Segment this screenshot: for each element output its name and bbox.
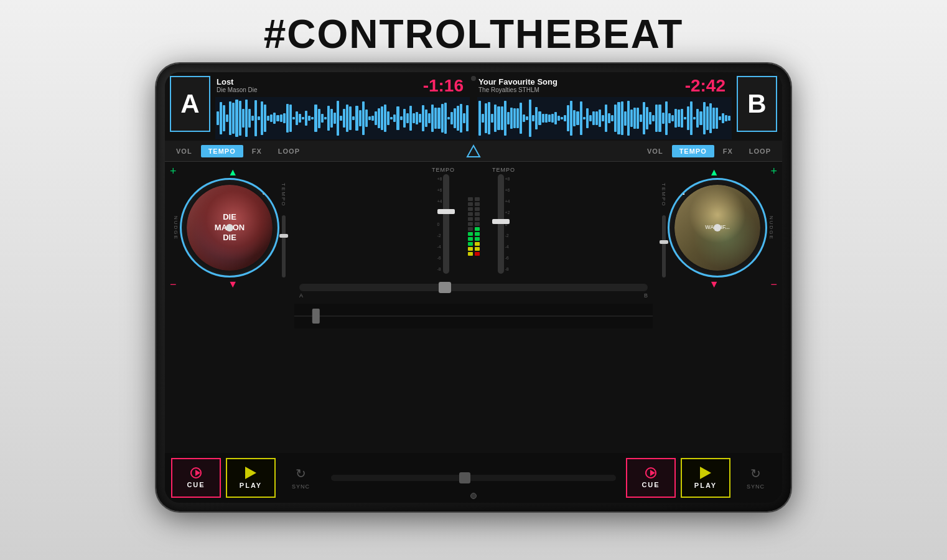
tempo-fader-right[interactable] — [660, 240, 668, 244]
center-crossfader-display — [326, 458, 621, 498]
headline: #CONTROLTHEBEAT — [264, 11, 684, 57]
nudge-label-right: NUDGE — [768, 216, 774, 240]
vu-bar — [475, 217, 480, 221]
turntable-center-left — [226, 224, 233, 231]
vu-bar — [475, 227, 480, 231]
vu-meter-right — [475, 177, 480, 276]
nudge-plus-left[interactable]: + — [170, 166, 177, 177]
sync-label-left: SYNC — [292, 483, 310, 490]
vu-bar — [468, 227, 473, 231]
svg-rect-2 — [312, 309, 320, 324]
timer-b: -2:42 — [685, 77, 725, 95]
cue-label-right: CUE — [641, 481, 660, 488]
center-mixer: TEMPO +8 +6 +4 +2 0 -2 — [294, 164, 653, 450]
tablet-device: A Lost Die Mason Die -1:16 — [156, 63, 791, 511]
vu-bar — [475, 212, 480, 216]
cue-icon-right — [645, 467, 656, 478]
track-title-a: Lost — [217, 77, 258, 86]
dj-app-screen: A Lost Die Mason Die -1:16 — [165, 72, 782, 503]
label-b: B — [644, 292, 648, 299]
cue-button-right[interactable]: CUE — [626, 458, 676, 498]
tab-bar: VOL TEMPO FX LOOP VOL TEMPO FX LOOP — [165, 141, 782, 162]
crossfader-handle[interactable] — [439, 282, 451, 293]
track-info-b: Your Favourite Song The Royalties STHLM … — [475, 76, 734, 96]
vu-meter-left — [468, 177, 473, 276]
vu-bar — [475, 252, 480, 256]
vu-bar — [468, 247, 473, 251]
fader-handle-right[interactable] — [492, 219, 510, 224]
play-label-left: PLAY — [240, 482, 262, 489]
tab-fx-left[interactable]: FX — [245, 145, 269, 157]
vu-bar — [468, 222, 473, 226]
vu-bar — [468, 242, 473, 246]
tab-loop-right[interactable]: LOOP — [742, 145, 778, 157]
vu-bar — [475, 232, 480, 236]
deck-panel-left: + ▲ NUDGE DIEMASONDIE — [167, 164, 292, 450]
crossfader-section: A B — [294, 281, 653, 301]
turntable-right[interactable]: WALTIF... — [668, 178, 767, 278]
vu-bar — [468, 202, 473, 206]
play-icon-left — [245, 467, 256, 479]
tempo-fader-left[interactable] — [279, 234, 288, 238]
waveform-b: Your Favourite Song The Royalties STHLM … — [475, 76, 734, 141]
waveform-canvas-a — [215, 97, 470, 139]
play-button-right[interactable]: PLAY — [681, 458, 730, 498]
track-artist-b: The Royalties STHLM — [478, 86, 557, 93]
tab-vol-right[interactable]: VOL — [640, 145, 671, 157]
sync-label-right: SYNC — [747, 483, 765, 490]
tab-tempo-left[interactable]: TEMPO — [201, 145, 243, 157]
deck-b-label: B — [737, 76, 777, 132]
fader-right[interactable] — [498, 174, 504, 274]
waveform-a: Lost Die Mason Die -1:16 — [213, 76, 472, 141]
vu-bar — [468, 232, 473, 236]
nudge-minus-right[interactable]: − — [770, 279, 777, 290]
play-icon-right — [700, 467, 711, 479]
waveform-bars-b — [477, 97, 732, 139]
vu-bar — [475, 247, 480, 251]
camera-dot — [471, 76, 476, 81]
mixer-channel-right: TEMPO +8 +6 +4 +2 — [482, 167, 526, 274]
fader-left[interactable] — [443, 174, 449, 274]
waveform-canvas-b — [477, 97, 732, 139]
fader-handle-left[interactable] — [437, 209, 455, 214]
tempo-down-left[interactable]: ▼ — [228, 279, 238, 290]
vu-bar — [475, 242, 480, 246]
crossfader-grid — [294, 304, 653, 329]
tab-fx-right[interactable]: FX — [716, 145, 740, 157]
main-deck-area: + ▲ NUDGE DIEMASONDIE — [165, 162, 782, 453]
turntable-left[interactable]: DIEMASONDIE — [180, 178, 279, 278]
sync-button-right[interactable]: ↻ SYNC — [735, 458, 776, 498]
crossfader-track — [299, 284, 648, 291]
timer-a: -1:16 — [423, 77, 464, 95]
cue-button-left[interactable]: CUE — [171, 458, 221, 498]
cue-icon-left — [190, 467, 202, 478]
tempo-up-left[interactable]: ▲ — [228, 167, 238, 178]
nudge-plus-right[interactable]: + — [770, 166, 777, 177]
tempo-up-right[interactable]: ▲ — [709, 167, 719, 178]
vu-bar — [475, 197, 480, 201]
tab-vol-left[interactable]: VOL — [169, 145, 200, 157]
cue-label-left: CUE — [187, 481, 205, 488]
home-button[interactable] — [470, 493, 477, 499]
deck-a-label: A — [170, 76, 210, 132]
main-crossfader-handle[interactable] — [459, 472, 470, 483]
tempo-side-right: TEMPO — [661, 183, 666, 207]
label-a: A — [299, 292, 303, 299]
waveform-bars-a — [215, 97, 470, 139]
svg-marker-0 — [467, 146, 480, 157]
turntable-center-right — [714, 224, 721, 231]
tempo-side-left: TEMPO — [281, 183, 286, 207]
top-waveform-bar: A Lost Die Mason Die -1:16 — [165, 72, 782, 141]
vu-bar — [475, 237, 480, 241]
play-label-right: PLAY — [694, 482, 717, 489]
tablet-screen: A Lost Die Mason Die -1:16 — [165, 72, 782, 503]
ab-labels: A B — [299, 292, 648, 299]
play-button-left[interactable]: PLAY — [226, 458, 276, 498]
tab-loop-left[interactable]: LOOP — [271, 145, 307, 157]
nudge-minus-left[interactable]: − — [170, 279, 177, 290]
tempo-down-right[interactable]: ▼ — [709, 279, 719, 290]
vu-bar — [468, 207, 473, 211]
tab-tempo-right[interactable]: TEMPO — [672, 145, 714, 157]
sync-button-left[interactable]: ↻ SYNC — [281, 458, 321, 498]
sync-triangle-icon[interactable] — [465, 142, 482, 160]
